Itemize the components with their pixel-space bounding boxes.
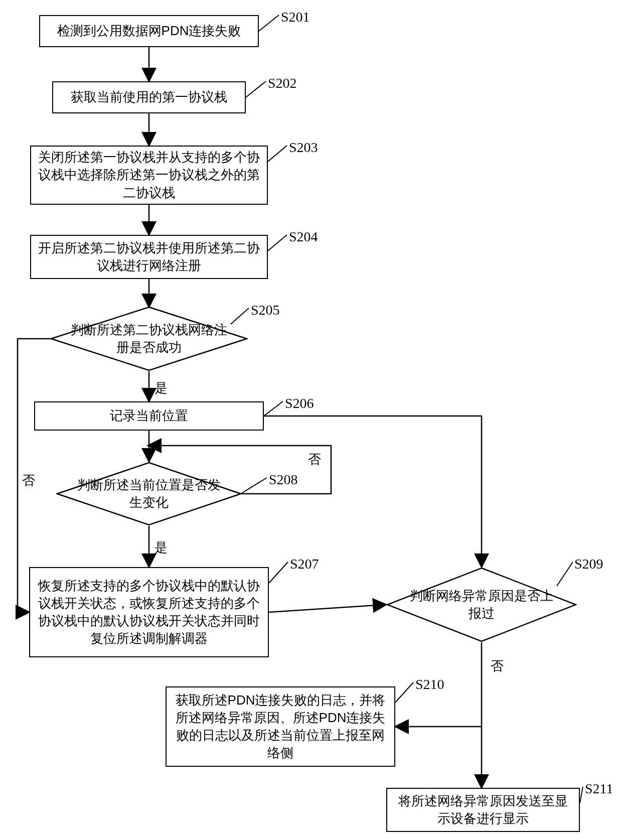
step-label: S206 xyxy=(285,395,314,411)
node-text: 获取所述PDN连接失败的日志，并将所述网络异常原因、所述PDN连接失败的日志以及… xyxy=(173,691,388,762)
node-text: 检测到公用数据网PDN连接失败 xyxy=(57,22,241,40)
step-label: S204 xyxy=(289,229,318,245)
node-text: 获取当前使用的第一协议栈 xyxy=(71,88,227,106)
process-box: 关闭所述第一协议栈并从支持的多个协议栈中选择除所述第一协议栈之外的第二协议栈 xyxy=(30,146,268,205)
node-text: 关闭所述第一协议栈并从支持的多个协议栈中选择除所述第一协议栈之外的第二协议栈 xyxy=(37,149,261,201)
svg-line-13 xyxy=(259,15,279,31)
step-label: S207 xyxy=(290,556,319,572)
node-text: 记录当前位置 xyxy=(110,407,188,425)
svg-line-18 xyxy=(264,401,283,416)
step-label: S205 xyxy=(251,302,280,318)
step-label: S210 xyxy=(415,676,444,692)
process-box: 恢复所述支持的多个协议栈中的默认协议栈开关状态，或恢复所述支持的多个协议栈中的默… xyxy=(29,567,269,657)
process-box: 获取所述PDN连接失败的日志，并将所述网络异常原因、所述PDN连接失败的日志以及… xyxy=(166,686,395,767)
edge-label-yes: 是 xyxy=(154,539,168,556)
node-text: 判断网络异常原因是否上报过 xyxy=(406,587,557,622)
step-label: S209 xyxy=(574,556,603,572)
step-label: S201 xyxy=(281,9,310,25)
node-text: 将所述网络异常原因发送至显示设备进行显示 xyxy=(393,792,573,827)
node-text: 恢复所述支持的多个协议栈中的默认协议栈开关状态，或恢复所述支持的多个协议栈中的默… xyxy=(36,577,262,647)
process-box: 检测到公用数据网PDN连接失败 xyxy=(39,15,259,47)
edge-label-no: 否 xyxy=(491,657,504,675)
svg-line-20 xyxy=(241,478,267,494)
step-label: S211 xyxy=(585,781,613,797)
process-box: 记录当前位置 xyxy=(34,401,264,431)
svg-line-22 xyxy=(395,682,413,703)
node-text: 判断所述第二协议栈网络注册是否成功 xyxy=(70,321,228,356)
svg-line-14 xyxy=(246,81,266,97)
decision-diamond: 判断所述第二协议栈网络注册是否成功 xyxy=(50,306,248,371)
process-box: 获取当前使用的第一协议栈 xyxy=(52,81,246,113)
decision-diamond: 判断网络异常原因是否上报过 xyxy=(386,567,577,642)
edge-label-yes: 是 xyxy=(154,379,168,397)
svg-line-23 xyxy=(580,787,583,803)
process-box: 开启所述第二协议栈并使用所述第二协议栈进行网络注册 xyxy=(30,235,268,279)
svg-line-19 xyxy=(269,562,288,583)
step-label: S202 xyxy=(268,75,297,91)
edge-label-no: 否 xyxy=(22,472,35,489)
node-text: 开启所述第二协议栈并使用所述第二协议栈进行网络注册 xyxy=(37,239,261,274)
step-label: S208 xyxy=(269,472,298,488)
decision-diamond: 判断所述当前位置是否发生变化 xyxy=(56,462,242,526)
svg-line-10 xyxy=(269,605,385,612)
step-label: S203 xyxy=(289,139,318,156)
node-text: 判断所述当前位置是否发生变化 xyxy=(76,476,222,511)
svg-line-16 xyxy=(268,235,287,251)
edge-label-no: 否 xyxy=(308,451,321,468)
svg-line-15 xyxy=(268,146,287,162)
process-box: 将所述网络异常原因发送至显示设备进行显示 xyxy=(386,788,580,832)
